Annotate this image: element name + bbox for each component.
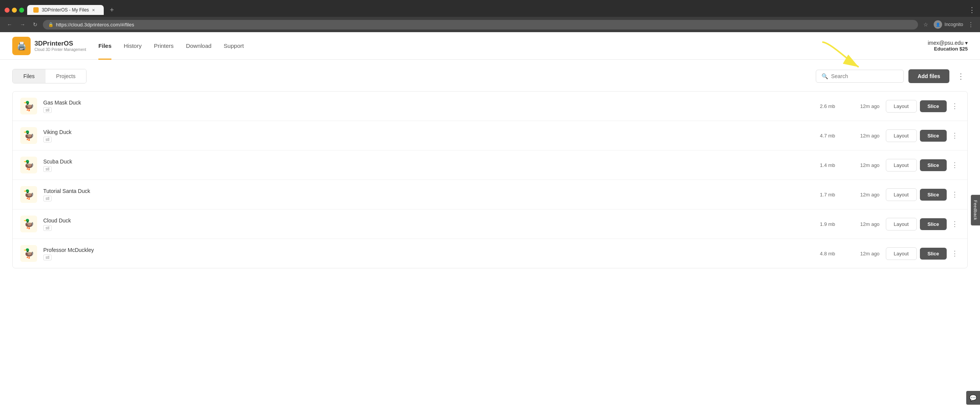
file-info: Scuba Duck stl xyxy=(43,159,799,172)
file-type-badge: stl xyxy=(43,137,52,142)
file-actions: Layout Slice ⋮ xyxy=(886,159,960,172)
table-row: 🦆 Viking Duck stl 4.7 mb 12m ago Layout … xyxy=(13,121,967,150)
row-more-button[interactable]: ⋮ xyxy=(950,159,960,171)
layout-button[interactable]: Layout xyxy=(886,247,917,260)
logo-title: 3DPrinterOS xyxy=(34,40,86,47)
file-type-badge: stl xyxy=(43,107,52,113)
toolbar-right: 🔍 Add files ⋮ xyxy=(816,69,968,83)
search-input[interactable] xyxy=(831,73,898,79)
file-time: 12m ago xyxy=(841,162,880,168)
toolbar-more-button[interactable]: ⋮ xyxy=(954,70,968,82)
file-time: 12m ago xyxy=(841,251,880,257)
nav-left: 🖨️ 3DPrinterOS Cloud 3D Printer Manageme… xyxy=(12,32,244,60)
file-name: Cloud Duck xyxy=(43,217,799,224)
browser-chrome: 3DPrinterOS - My Files ✕ + ⋮ xyxy=(0,0,980,17)
row-more-button[interactable]: ⋮ xyxy=(950,189,960,200)
file-size: 1.7 mb xyxy=(805,192,835,198)
file-type-badge: stl xyxy=(43,255,52,260)
row-more-button[interactable]: ⋮ xyxy=(950,100,960,112)
file-info: Professor McDuckley stl xyxy=(43,247,799,260)
file-actions: Layout Slice ⋮ xyxy=(886,247,960,260)
nav-support[interactable]: Support xyxy=(224,32,244,60)
main-nav: Files History Printers Download Support xyxy=(98,32,244,60)
tab-group: Files Projects xyxy=(12,69,87,83)
file-info: Gas Mask Duck stl xyxy=(43,100,799,113)
tab-files[interactable]: Files xyxy=(13,69,46,83)
layout-button[interactable]: Layout xyxy=(886,100,917,113)
bookmark-icon[interactable]: ☆ xyxy=(921,20,931,29)
file-type-badge: stl xyxy=(43,166,52,172)
search-icon: 🔍 xyxy=(822,73,828,79)
slice-button[interactable]: Slice xyxy=(920,100,947,112)
file-type-badge: stl xyxy=(43,196,52,201)
profile-area[interactable]: 👤 Incognito xyxy=(934,20,963,29)
close-traffic-light[interactable] xyxy=(5,8,10,13)
layout-button[interactable]: Layout xyxy=(886,188,917,201)
user-email[interactable]: imex@psu.edu ▾ xyxy=(928,40,968,46)
browser-menu-icon: ⋮ xyxy=(969,6,975,14)
file-size: 2.6 mb xyxy=(805,103,835,109)
back-button[interactable]: ← xyxy=(5,20,15,29)
feedback-icon[interactable]: 💬 xyxy=(966,391,980,405)
search-box[interactable]: 🔍 xyxy=(816,70,904,83)
file-icon-gas-mask-duck: 🦆 xyxy=(20,98,37,114)
slice-button[interactable]: Slice xyxy=(920,130,947,142)
slice-button[interactable]: Slice xyxy=(920,159,947,171)
file-size: 4.7 mb xyxy=(805,133,835,139)
file-icon-viking-duck: 🦆 xyxy=(20,127,37,144)
address-bar[interactable]: 🔒 https://cloud.3dprinteros.com/#/files xyxy=(43,20,918,29)
nav-history[interactable]: History xyxy=(124,32,142,60)
logo-text: 3DPrinterOS Cloud 3D Printer Management xyxy=(34,40,86,52)
file-type-badge: stl xyxy=(43,225,52,231)
row-more-button[interactable]: ⋮ xyxy=(950,248,960,259)
row-more-button[interactable]: ⋮ xyxy=(950,130,960,141)
tab-projects[interactable]: Projects xyxy=(46,69,87,83)
logo-box: 🖨️ xyxy=(12,37,31,55)
nav-download[interactable]: Download xyxy=(186,32,212,60)
fullscreen-traffic-light[interactable] xyxy=(19,8,24,13)
logo-area: 🖨️ 3DPrinterOS Cloud 3D Printer Manageme… xyxy=(12,37,86,55)
table-row: 🦆 Professor McDuckley stl 4.8 mb 12m ago… xyxy=(13,239,967,268)
slice-button[interactable]: Slice xyxy=(920,248,947,260)
app-container: 🖨️ 3DPrinterOS Cloud 3D Printer Manageme… xyxy=(0,32,980,420)
file-info: Viking Duck stl xyxy=(43,129,799,142)
tab-close-button[interactable]: ✕ xyxy=(92,8,95,12)
row-more-button[interactable]: ⋮ xyxy=(950,218,960,230)
layout-button[interactable]: Layout xyxy=(886,218,917,230)
file-size: 1.4 mb xyxy=(805,162,835,168)
add-files-button[interactable]: Add files xyxy=(908,69,949,83)
file-name: Scuba Duck xyxy=(43,159,799,165)
forward-button[interactable]: → xyxy=(18,20,28,29)
lock-icon: 🔒 xyxy=(48,22,54,27)
layout-button[interactable]: Layout xyxy=(886,129,917,142)
profile-avatar: 👤 xyxy=(934,20,942,29)
file-info: Cloud Duck stl xyxy=(43,217,799,231)
tab-favicon xyxy=(33,7,39,13)
content-area: Files Projects 🔍 xyxy=(0,60,980,278)
traffic-lights xyxy=(5,8,24,13)
browser-tab[interactable]: 3DPrinterOS - My Files ✕ xyxy=(27,5,104,15)
feedback-tab[interactable]: Feedback xyxy=(971,194,980,225)
nav-printers[interactable]: Printers xyxy=(154,32,174,60)
chevron-down-icon: ▾ xyxy=(965,40,968,46)
file-time: 12m ago xyxy=(841,133,880,139)
profile-name: Incognito xyxy=(944,22,963,27)
slice-button[interactable]: Slice xyxy=(920,189,947,201)
file-size: 1.9 mb xyxy=(805,221,835,227)
file-icon-professor-mcduckley: 🦆 xyxy=(20,245,37,262)
user-area: imex@psu.edu ▾ Education $25 xyxy=(928,40,968,52)
file-name: Viking Duck xyxy=(43,129,799,135)
file-list: 🦆 Gas Mask Duck stl 2.6 mb 12m ago Layou… xyxy=(12,91,968,268)
slice-button[interactable]: Slice xyxy=(920,218,947,230)
reload-button[interactable]: ↻ xyxy=(31,20,40,29)
file-icon-cloud-duck: 🦆 xyxy=(20,216,37,232)
minimize-traffic-light[interactable] xyxy=(12,8,17,13)
layout-button[interactable]: Layout xyxy=(886,159,917,172)
new-tab-button[interactable]: + xyxy=(107,6,117,14)
logo-subtitle: Cloud 3D Printer Management xyxy=(34,47,86,52)
user-balance: $25 xyxy=(959,46,968,52)
browser-options-button[interactable]: ⋮ xyxy=(966,20,975,30)
nav-files[interactable]: Files xyxy=(98,32,111,60)
file-name: Professor McDuckley xyxy=(43,247,799,253)
file-actions: Layout Slice ⋮ xyxy=(886,100,960,113)
